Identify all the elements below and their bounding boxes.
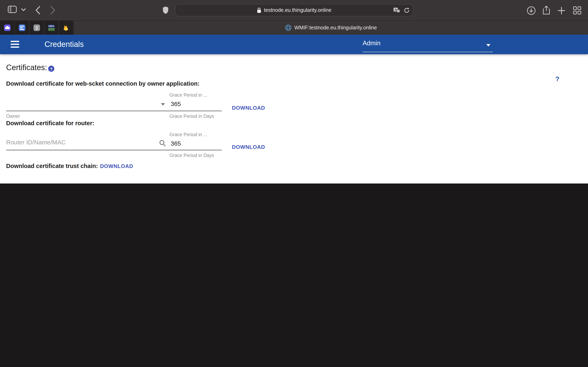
lock-icon [257,7,261,13]
privacy-shield-icon[interactable] [163,6,169,14]
pinned-tab-usda[interactable]: USDA [44,21,59,35]
downloads-button[interactable] [527,6,536,15]
ws-download-button[interactable]: DOWNLOAD [232,105,265,111]
router-id-input[interactable] [6,139,153,146]
owner-bottom-label: Owner [6,114,20,119]
chevron-down-icon [486,44,490,47]
screen: testnode.eu.thingularity.online A☆ [0,0,588,184]
certificates-heading: Certificates: [6,63,47,72]
router-grace-period-field[interactable]: 365 [171,140,181,147]
tab-strip: USDA WMIF:testnode.eu.thingularity.onlin… [0,21,588,35]
page-title: Credentials [44,35,84,54]
svg-text:☆: ☆ [397,9,399,12]
ws-row-underline [6,110,222,111]
help-icon: ? [553,75,562,84]
trust-chain-label: Download certificate trust chain: [6,163,98,169]
websocket-cert-label: Download certificate for web-scket conne… [6,80,200,87]
docs-favicon [18,25,25,31]
pinned-tab-firebase[interactable] [59,21,73,35]
pinned-tab-gray[interactable] [29,21,44,35]
owner-select[interactable] [6,98,167,110]
account-select-value: Admin [363,40,380,47]
browser-toolbar: testnode.eu.thingularity.online A☆ [0,0,588,21]
url-text: testnode.eu.thingularity.online [264,7,331,13]
router-row-underline [6,150,222,150]
globe-favicon [285,25,292,31]
active-tab[interactable]: WMIF:testnode.eu.thingularity.online [74,21,588,35]
new-tab-button[interactable] [557,7,566,15]
router-grace-floating-label: Grace Period in ... [169,132,207,137]
pinned-tab-docs[interactable] [15,21,29,35]
app-header: Credentials Admin ? [0,35,588,54]
translate-icon[interactable]: A☆ [393,7,400,13]
tab-overview-button[interactable] [573,6,581,15]
sidebar-toggle-icon[interactable] [8,6,17,13]
pinned-tabs: USDA [0,21,74,35]
share-button[interactable] [542,5,550,15]
gray-favicon [33,25,40,31]
forward-button[interactable] [50,6,56,15]
certificates-help-icon[interactable]: ? [48,66,54,72]
router-search-icon[interactable] [159,140,166,148]
reload-icon[interactable] [404,7,410,13]
tab-title: WMIF:testnode.eu.thingularity.online [294,25,377,31]
ws-grace-period-field[interactable]: 365 [171,100,181,107]
account-select[interactable]: Admin [363,40,493,51]
ws-grace-floating-label: Grace Period in ... [169,92,207,98]
owner-select-arrow-icon [161,103,165,106]
router-grace-bottom-label: Grace Period in Days [169,153,214,158]
cloud-favicon [4,25,10,31]
pinned-tab-cloud[interactable] [0,21,15,35]
back-button[interactable] [35,6,40,15]
address-bar[interactable]: testnode.eu.thingularity.online A☆ [175,4,413,16]
menu-button[interactable] [11,41,19,48]
firebase-favicon [63,25,69,31]
ws-grace-bottom-label: Grace Period in Days [169,114,214,119]
router-cert-label: Download certificate for router: [6,120,94,126]
refresh-button[interactable] [508,73,521,85]
usda-favicon: USDA [48,25,54,31]
router-download-button[interactable]: DOWNLOAD [232,144,265,150]
help-button[interactable]: ? [551,73,563,85]
svg-text:A: A [395,8,397,11]
trust-chain-download-button[interactable]: DOWNLOAD [100,163,133,169]
sidebar-chevron-down-icon[interactable] [21,8,26,11]
